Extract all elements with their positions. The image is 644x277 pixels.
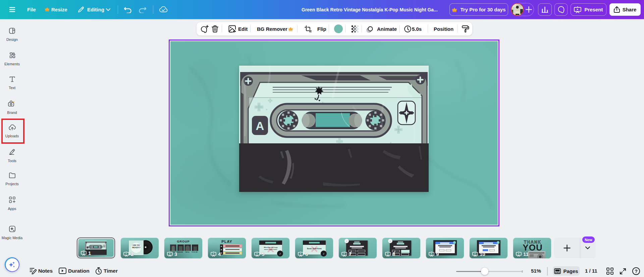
svg-text:A: A [256, 119, 264, 132]
